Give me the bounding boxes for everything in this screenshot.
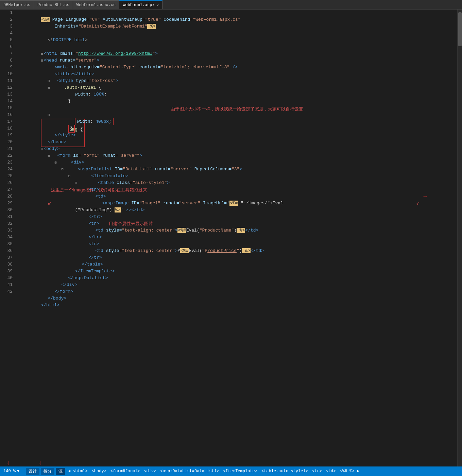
line-num-25: 25 bbox=[3, 173, 13, 180]
tab-webform1cs-label: WebForm1.aspx.cs bbox=[76, 3, 116, 7]
scrollbar-thumb[interactable] bbox=[458, 12, 462, 46]
line-num-20: 20 bbox=[3, 139, 13, 146]
line-num-19: 19 bbox=[3, 132, 13, 139]
line-num-23: 23 bbox=[3, 159, 13, 166]
line-num-41: 41 bbox=[3, 282, 13, 288]
scrollbar[interactable] bbox=[457, 10, 462, 466]
line-num-31: 31 bbox=[3, 214, 13, 220]
line-num-17: 17 bbox=[3, 118, 13, 125]
code-line-27: <asp:Image ID="Image1" runat="server" Im… bbox=[20, 193, 454, 200]
line-num-29: 29 bbox=[3, 200, 13, 207]
tab-webform1aspx[interactable]: WebForm1.aspx ✕ bbox=[119, 0, 162, 9]
code-line-38: </div> bbox=[20, 275, 454, 282]
code-line-3: <!DOCTYPE html> bbox=[20, 30, 454, 37]
line-num-1: 1 bbox=[3, 10, 13, 16]
code-line-42 bbox=[20, 302, 454, 309]
line-num-34: 34 bbox=[3, 234, 13, 241]
line-num-22: 22 bbox=[3, 152, 13, 159]
code-line-35: </table> bbox=[20, 254, 454, 261]
line-num-13: 13 bbox=[3, 91, 13, 98]
line-num-38: 38 bbox=[3, 261, 13, 268]
code-line-4 bbox=[20, 37, 454, 44]
code-line-41: </html> bbox=[20, 295, 454, 302]
line-num-33: 33 bbox=[3, 227, 13, 234]
line-num-10: 10 bbox=[3, 71, 13, 78]
code-line-29: <tr> bbox=[20, 214, 454, 220]
tab-dbhelper[interactable]: DBHelper.cs bbox=[0, 0, 34, 9]
line-num-5: 5 bbox=[3, 37, 13, 44]
code-line-13 bbox=[20, 98, 454, 105]
tab-productbll[interactable]: ProductBLL.cs bbox=[34, 0, 73, 9]
code-line-19: ⊟<body> bbox=[20, 139, 454, 146]
tab-bar: DBHelper.cs ProductBLL.cs WebForm1.aspx.… bbox=[0, 0, 462, 10]
line-num-12: 12 bbox=[3, 84, 13, 91]
line-num-3: 3 bbox=[3, 23, 13, 30]
code-line-1b: Inherits="DataListExample.WebForm1" %> bbox=[20, 16, 454, 23]
line-num-28: 28 bbox=[3, 193, 13, 200]
code-line-14: ⊟ img { 由于图片大小不一样，所以我统一给设定了宽度，大家可以自行设置 bbox=[20, 105, 454, 112]
code-line-15: width: 400px; bbox=[20, 112, 454, 118]
line-num-4: 4 bbox=[3, 30, 13, 37]
code-line-37: </asp:DataList> bbox=[20, 268, 454, 275]
code-line-7: <meta http-equiv="Content-Type" content=… bbox=[20, 57, 454, 64]
line-num-42: 42 bbox=[3, 288, 13, 295]
line-num-2: 2 bbox=[3, 16, 13, 23]
line-num-21: 21 bbox=[3, 146, 13, 152]
tab-dbhelper-label: DBHelper.cs bbox=[3, 3, 30, 7]
code-line-5: ⊟<html xmlns="http://www.w3.org/1999/xht… bbox=[20, 44, 454, 50]
line-num-32: 32 bbox=[3, 220, 13, 227]
code-line-32: <tr> bbox=[20, 234, 454, 241]
code-line-22: ⊟<asp:DataList ID="DataList1" runat="ser… bbox=[20, 159, 454, 166]
line-num-37: 37 bbox=[3, 254, 13, 261]
code-line-34: </tr> bbox=[20, 248, 454, 254]
code-line-8: <title></title> bbox=[20, 64, 454, 71]
line-numbers: 1 2 3 4 5 6 7 8 9 10 11 12 13 14 15 16 1… bbox=[0, 10, 16, 466]
editor-container: 1 2 3 4 5 6 7 8 9 10 11 12 13 14 15 16 1… bbox=[0, 10, 462, 466]
code-line-40: </body> bbox=[20, 288, 454, 295]
tab-webform1aspx-label: WebForm1.aspx bbox=[123, 3, 155, 7]
code-line-6: ⊟<head runat="server"> bbox=[20, 50, 454, 57]
line-num-15: 15 bbox=[3, 105, 13, 112]
line-num-6: 6 bbox=[3, 44, 13, 50]
line-num-27: 27 bbox=[3, 186, 13, 193]
code-line-10: ⊟.auto-style1 { bbox=[20, 78, 454, 84]
code-line-1: <%@ Page Language="C#" AutoEventWireup="… bbox=[20, 10, 454, 16]
line-num-18: 18 bbox=[3, 125, 13, 132]
code-line-39: </form> bbox=[20, 282, 454, 288]
code-line-18: </head> bbox=[20, 132, 454, 139]
line-num-8: 8 bbox=[3, 57, 13, 64]
code-line-33: <td style="text-align: center">¥<%#Eval(… bbox=[20, 241, 454, 248]
line-num-40: 40 bbox=[3, 275, 13, 282]
line-num-39: 39 bbox=[3, 268, 13, 275]
line-num-26: 26 bbox=[3, 180, 13, 186]
code-line-2 bbox=[20, 23, 454, 30]
line-num-24: 24 bbox=[3, 166, 13, 173]
tab-webform1cs[interactable]: WebForm1.aspx.cs bbox=[73, 0, 119, 9]
code-line-31: </tr> bbox=[20, 227, 454, 234]
code-line-21: ⊟<div> bbox=[20, 152, 454, 159]
code-line-17: </style> bbox=[20, 125, 454, 132]
code-line-26: <td> ↙ bbox=[20, 186, 454, 193]
code-line-12: } bbox=[20, 91, 454, 98]
line-num-11: 11 bbox=[3, 78, 13, 84]
line-num-35: 35 bbox=[3, 241, 13, 248]
code-line-27b: ("ProductImg") %>' /></td> ↙ bbox=[20, 200, 454, 207]
tab-productbll-label: ProductBLL.cs bbox=[37, 3, 69, 7]
code-line-25: <tr> bbox=[20, 180, 454, 186]
code-line-16: } bbox=[20, 118, 454, 125]
code-line-23: ⊟<ItemTemplate> bbox=[20, 166, 454, 173]
line-num-36: 36 bbox=[3, 248, 13, 254]
code-line-36: </ItemTemplate> bbox=[20, 261, 454, 268]
line-num-14: 14 bbox=[3, 98, 13, 105]
line-num-7: 7 bbox=[3, 50, 13, 57]
code-line-11: width: 100%; bbox=[20, 84, 454, 91]
line-num-9: 9 bbox=[3, 64, 13, 71]
line-num-16: 16 bbox=[3, 112, 13, 118]
code-area[interactable]: <%@ Page Language="C#" AutoEventWireup="… bbox=[16, 10, 457, 466]
code-line-28: </tr> 用这个属性来显示图片 bbox=[20, 207, 454, 214]
code-lines: <%@ Page Language="C#" AutoEventWireup="… bbox=[16, 10, 457, 309]
line-num-30: 30 bbox=[3, 207, 13, 214]
code-line-20: ⊟<form id="form1" runat="server"> bbox=[20, 146, 454, 152]
code-line-30: <td style="text-align: center"><%#Eval("… bbox=[20, 220, 454, 227]
tab-close-icon[interactable]: ✕ bbox=[157, 3, 159, 7]
